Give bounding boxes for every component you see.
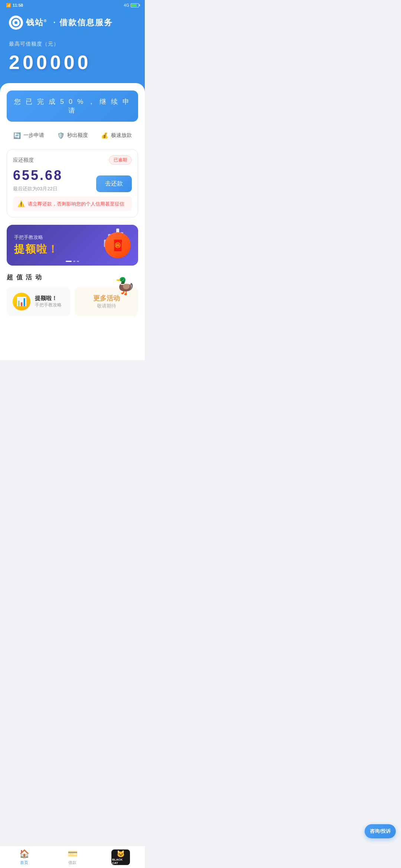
banner-tag: 手把手教攻略: [14, 234, 59, 241]
cta-button[interactable]: 您 已 完 成 5 0 % ， 继 续 申 请: [7, 91, 138, 122]
red-envelope-icon: 🧧: [105, 232, 131, 258]
repay-button[interactable]: 去还款: [96, 175, 132, 192]
activity-card-more[interactable]: 更多活动 敬请期待 🦆: [75, 287, 138, 316]
battery-icon: [131, 3, 139, 7]
activity-icon-1: 📊: [13, 293, 30, 310]
status-left: 📶 11:58: [6, 3, 23, 8]
feature-label-3: 极速放款: [111, 132, 132, 139]
repayment-amount-row: 655.68 最后还款为03月22日 去还款: [13, 168, 132, 192]
repayment-card: 应还额度 已逾期 655.68 最后还款为03月22日 去还款 ⚠️ 请立即还款…: [7, 149, 138, 217]
repayment-due: 最后还款为03月22日: [13, 185, 63, 192]
feature-fast-loan: 💰 极速放款: [101, 131, 132, 139]
status-bar: 📶 11:58 4G: [0, 0, 145, 10]
repayment-header: 应还额度 已逾期: [13, 155, 132, 165]
shield-icon: 🛡️: [57, 131, 65, 139]
activity-name-1: 提额啦！: [35, 295, 62, 302]
overdue-badge: 已逾期: [109, 155, 132, 165]
activity-desc-1: 手把手教攻略: [35, 302, 62, 308]
feature-label-2: 秒出额度: [67, 132, 88, 139]
status-right: 4G: [124, 3, 139, 7]
repayment-label: 应还额度: [13, 157, 34, 164]
activity-card-1[interactable]: 📊 提额啦！ 手把手教攻略: [7, 287, 70, 316]
hero-amount: 200000: [9, 51, 136, 73]
money-icon: 💰: [101, 131, 109, 139]
duck-mascot: 🦆: [115, 276, 135, 296]
features-row: 🔄 一步申请 🛡️ 秒出额度 💰 极速放款: [7, 129, 138, 142]
network-icon: 4G: [124, 3, 129, 7]
warning-box: ⚠️ 请立即还款，否则影响您的个人信用甚至征信: [13, 197, 132, 211]
promotion-banner[interactable]: 手把手教攻略 提额啦！ 🧧: [7, 225, 138, 266]
brand-name: 钱站® · 借款信息服务: [26, 17, 113, 28]
feature-label-1: 一步申请: [23, 132, 44, 139]
banner-decoration: 🧧: [71, 225, 138, 266]
brand-badge: ®: [44, 19, 47, 23]
hero-label: 最高可借额度（元）: [9, 41, 136, 47]
banner-dots: [66, 261, 79, 262]
banner-title: 提额啦！: [14, 242, 59, 256]
activity-grid: 📊 提额啦！ 手把手教攻略 更多活动 敬请期待 🦆: [7, 287, 138, 316]
brand-row: 钱站® · 借款信息服务: [9, 16, 136, 30]
banner-content: 手把手教攻略 提额啦！: [7, 228, 66, 262]
warning-text: 请立即还款，否则影响您的个人信用甚至征信: [28, 201, 124, 207]
main-card: 您 已 完 成 5 0 % ， 继 续 申 请 🔄 一步申请 🛡️ 秒出额度 💰…: [0, 83, 145, 360]
warning-icon: ⚠️: [17, 200, 25, 207]
brand-logo: [9, 16, 23, 30]
signal-icon: 📶: [6, 3, 11, 8]
activity-more-sub: 敬请期待: [97, 303, 116, 309]
hero-section: 钱站® · 借款信息服务 最高可借额度（元） 200000: [0, 10, 145, 92]
repayment-amount: 655.68: [13, 168, 63, 183]
feature-one-step: 🔄 一步申请: [13, 131, 44, 139]
cta-text: 您 已 完 成 5 0 % ， 继 续 申 请: [14, 98, 131, 114]
time: 11:58: [13, 3, 23, 7]
refresh-icon: 🔄: [13, 131, 21, 139]
subtitle: 借款信息服务: [59, 18, 113, 27]
feature-instant-amount: 🛡️ 秒出额度: [57, 131, 88, 139]
